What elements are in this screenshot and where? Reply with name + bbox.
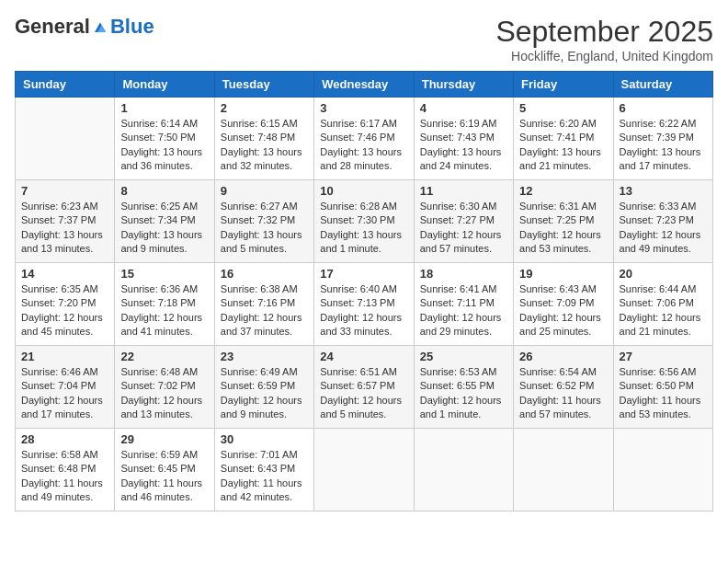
- daylight-label: Daylight: 12 hours and 33 minutes.: [320, 312, 402, 337]
- day-number: 7: [21, 184, 108, 198]
- calendar-cell: 1 Sunrise: 6:14 AM Sunset: 7:50 PM Dayli…: [115, 98, 214, 180]
- sunset-label: Sunset: 7:34 PM: [120, 214, 195, 225]
- weekday-header: Friday: [514, 72, 613, 98]
- day-number: 1: [120, 101, 208, 115]
- sunset-label: Sunset: 6:52 PM: [519, 380, 594, 391]
- day-info: Sunrise: 6:54 AM Sunset: 6:52 PM Dayligh…: [519, 365, 607, 422]
- weekday-header: Saturday: [613, 72, 712, 98]
- day-info: Sunrise: 6:59 AM Sunset: 6:45 PM Dayligh…: [120, 448, 208, 505]
- day-number: 22: [120, 350, 208, 363]
- sunset-label: Sunset: 7:09 PM: [519, 297, 594, 308]
- daylight-label: Daylight: 11 hours and 42 minutes.: [221, 477, 302, 502]
- day-info: Sunrise: 6:40 AM Sunset: 7:13 PM Dayligh…: [320, 282, 407, 339]
- day-info: Sunrise: 6:56 AM Sunset: 6:50 PM Dayligh…: [620, 365, 707, 422]
- daylight-label: Daylight: 12 hours and 13 minutes.: [120, 395, 202, 419]
- calendar-cell: 20 Sunrise: 6:44 AM Sunset: 7:06 PM Dayl…: [613, 263, 712, 346]
- day-info: Sunrise: 6:49 AM Sunset: 6:59 PM Dayligh…: [221, 365, 308, 422]
- day-number: 2: [221, 101, 308, 115]
- calendar-cell: 5 Sunrise: 6:20 AM Sunset: 7:41 PM Dayli…: [514, 98, 613, 180]
- day-number: 28: [21, 432, 108, 446]
- sunrise-label: Sunrise: 6:53 AM: [420, 366, 497, 377]
- sunrise-label: Sunrise: 6:25 AM: [120, 201, 198, 212]
- sunrise-label: Sunrise: 6:23 AM: [21, 201, 98, 212]
- day-number: 8: [120, 184, 208, 198]
- day-info: Sunrise: 6:35 AM Sunset: 7:20 PM Dayligh…: [21, 282, 108, 339]
- sunrise-label: Sunrise: 6:17 AM: [320, 118, 397, 129]
- weekday-header: Sunday: [16, 72, 115, 98]
- calendar-cell: 6 Sunrise: 6:22 AM Sunset: 7:39 PM Dayli…: [613, 98, 712, 180]
- day-info: Sunrise: 7:01 AM Sunset: 6:43 PM Dayligh…: [221, 448, 308, 505]
- day-number: 26: [519, 350, 607, 363]
- calendar-week-row: 1 Sunrise: 6:14 AM Sunset: 7:50 PM Dayli…: [16, 98, 713, 180]
- sunset-label: Sunset: 7:43 PM: [420, 132, 495, 143]
- day-number: 15: [120, 267, 208, 281]
- sunset-label: Sunset: 7:18 PM: [120, 297, 195, 308]
- sunrise-label: Sunrise: 7:01 AM: [221, 449, 298, 460]
- month-title: September 2025: [495, 15, 713, 49]
- daylight-label: Daylight: 13 hours and 1 minute.: [320, 229, 402, 254]
- sunset-label: Sunset: 6:43 PM: [221, 463, 295, 474]
- daylight-label: Daylight: 13 hours and 13 minutes.: [21, 229, 103, 254]
- calendar-cell: 26 Sunrise: 6:54 AM Sunset: 6:52 PM Dayl…: [514, 346, 613, 429]
- sunset-label: Sunset: 7:16 PM: [221, 297, 295, 308]
- sunset-label: Sunset: 7:06 PM: [620, 297, 694, 308]
- sunrise-label: Sunrise: 6:43 AM: [519, 283, 597, 294]
- weekday-header: Monday: [115, 72, 214, 98]
- sunset-label: Sunset: 7:46 PM: [320, 132, 394, 143]
- day-info: Sunrise: 6:33 AM Sunset: 7:23 PM Dayligh…: [620, 200, 707, 257]
- calendar-cell: 25 Sunrise: 6:53 AM Sunset: 6:55 PM Dayl…: [414, 346, 513, 429]
- sunset-label: Sunset: 7:50 PM: [120, 132, 195, 143]
- calendar-cell: 16 Sunrise: 6:38 AM Sunset: 7:16 PM Dayl…: [214, 263, 313, 346]
- daylight-label: Daylight: 12 hours and 53 minutes.: [519, 229, 601, 254]
- day-info: Sunrise: 6:17 AM Sunset: 7:46 PM Dayligh…: [320, 117, 407, 174]
- sunrise-label: Sunrise: 6:38 AM: [221, 283, 298, 294]
- calendar-cell: 8 Sunrise: 6:25 AM Sunset: 7:34 PM Dayli…: [115, 180, 214, 263]
- sunset-label: Sunset: 6:50 PM: [620, 380, 694, 391]
- sunrise-label: Sunrise: 6:36 AM: [120, 283, 198, 294]
- page-header: General Blue September 2025 Hockliffe, E…: [15, 15, 713, 63]
- sunrise-label: Sunrise: 6:58 AM: [21, 449, 98, 460]
- calendar-table: SundayMondayTuesdayWednesdayThursdayFrid…: [15, 71, 713, 511]
- calendar-week-row: 7 Sunrise: 6:23 AM Sunset: 7:37 PM Dayli…: [16, 180, 713, 263]
- sunrise-label: Sunrise: 6:59 AM: [120, 449, 198, 460]
- calendar-week-row: 28 Sunrise: 6:58 AM Sunset: 6:48 PM Dayl…: [16, 429, 713, 511]
- day-number: 27: [620, 350, 707, 363]
- calendar-cell: [613, 429, 712, 511]
- day-number: 11: [420, 184, 507, 198]
- day-info: Sunrise: 6:43 AM Sunset: 7:09 PM Dayligh…: [519, 282, 607, 339]
- daylight-label: Daylight: 13 hours and 9 minutes.: [120, 229, 202, 254]
- sunset-label: Sunset: 7:20 PM: [21, 297, 96, 308]
- weekday-header: Thursday: [414, 72, 513, 98]
- daylight-label: Daylight: 11 hours and 57 minutes.: [519, 395, 601, 419]
- daylight-label: Daylight: 13 hours and 24 minutes.: [420, 146, 502, 171]
- day-number: 6: [620, 101, 707, 115]
- day-info: Sunrise: 6:48 AM Sunset: 7:02 PM Dayligh…: [120, 365, 208, 422]
- day-info: Sunrise: 6:58 AM Sunset: 6:48 PM Dayligh…: [21, 448, 108, 505]
- sunset-label: Sunset: 7:23 PM: [620, 214, 694, 225]
- day-info: Sunrise: 6:22 AM Sunset: 7:39 PM Dayligh…: [620, 117, 707, 174]
- sunset-label: Sunset: 7:11 PM: [420, 297, 495, 308]
- day-info: Sunrise: 6:38 AM Sunset: 7:16 PM Dayligh…: [221, 282, 308, 339]
- sunrise-label: Sunrise: 6:31 AM: [519, 201, 597, 212]
- day-info: Sunrise: 6:28 AM Sunset: 7:30 PM Dayligh…: [320, 200, 407, 257]
- calendar-cell: 3 Sunrise: 6:17 AM Sunset: 7:46 PM Dayli…: [314, 98, 414, 180]
- daylight-label: Daylight: 11 hours and 46 minutes.: [120, 477, 202, 502]
- day-info: Sunrise: 6:53 AM Sunset: 6:55 PM Dayligh…: [420, 365, 507, 422]
- logo-icon: [92, 18, 108, 35]
- daylight-label: Daylight: 12 hours and 29 minutes.: [420, 312, 502, 337]
- sunrise-label: Sunrise: 6:15 AM: [221, 118, 298, 129]
- logo-general-text: General: [15, 15, 90, 39]
- daylight-label: Daylight: 12 hours and 41 minutes.: [120, 312, 202, 337]
- calendar-cell: 19 Sunrise: 6:43 AM Sunset: 7:09 PM Dayl…: [514, 263, 613, 346]
- day-info: Sunrise: 6:51 AM Sunset: 6:57 PM Dayligh…: [320, 365, 407, 422]
- day-info: Sunrise: 6:15 AM Sunset: 7:48 PM Dayligh…: [221, 117, 308, 174]
- calendar-cell: 9 Sunrise: 6:27 AM Sunset: 7:32 PM Dayli…: [214, 180, 313, 263]
- sunrise-label: Sunrise: 6:27 AM: [221, 201, 298, 212]
- day-number: 24: [320, 350, 407, 363]
- sunrise-label: Sunrise: 6:56 AM: [620, 366, 697, 377]
- sunset-label: Sunset: 7:48 PM: [221, 132, 295, 143]
- calendar-cell: 18 Sunrise: 6:41 AM Sunset: 7:11 PM Dayl…: [414, 263, 513, 346]
- calendar-cell: [16, 98, 115, 180]
- calendar-cell: 30 Sunrise: 7:01 AM Sunset: 6:43 PM Dayl…: [214, 429, 313, 511]
- calendar-week-row: 21 Sunrise: 6:46 AM Sunset: 7:04 PM Dayl…: [16, 346, 713, 429]
